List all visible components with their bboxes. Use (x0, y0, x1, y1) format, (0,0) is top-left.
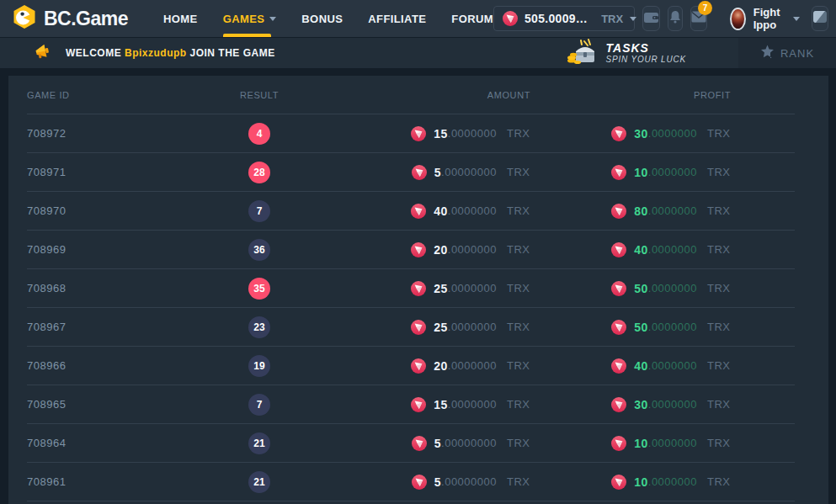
trx-coin-icon (412, 436, 427, 451)
welcome-prefix: WELCOME (66, 47, 125, 59)
trx-coin-icon (411, 126, 426, 141)
profit-cell: 50.0000000TRX (530, 320, 731, 335)
chevron-down-icon (793, 17, 800, 21)
game-id-cell: 708961 (27, 475, 192, 488)
table-row[interactable]: 708971 28 5.00000000TRX (27, 153, 795, 192)
game-id-cell: 708969 (27, 243, 192, 256)
table-row[interactable]: 708968 35 25.0000000TRX (27, 269, 795, 308)
table-row[interactable]: 708966 19 20.0000000TRX (27, 347, 795, 385)
mail-button[interactable]: 7 (690, 6, 707, 31)
currency-label: TRX (507, 166, 530, 178)
rank-link[interactable]: RANK (738, 38, 836, 68)
logo[interactable]: BC.Game (12, 4, 128, 33)
amount-cell: 5.00000000TRX (327, 475, 530, 490)
game-id-cell: 708970 (27, 204, 192, 217)
amount-cell: 25.0000000TRX (327, 320, 530, 335)
currency-label: TRX (707, 127, 731, 140)
trx-coin-icon (411, 358, 426, 374)
amount-dec: .00000000 (441, 437, 497, 449)
trx-coin-icon (611, 358, 626, 374)
wallet-icon (643, 10, 659, 28)
chat-toggle-button[interactable] (812, 6, 828, 31)
wallet-button[interactable] (642, 6, 660, 31)
trx-coin-icon (411, 320, 426, 335)
profit-dec: .0000000 (648, 243, 697, 256)
profit-dec: .0000000 (648, 359, 697, 372)
game-id-cell: 708968 (27, 282, 192, 294)
welcome-message: WELCOME Bpixzudupb JOIN THE GAME (66, 47, 275, 59)
notifications-button[interactable] (668, 6, 683, 31)
col-header-game-id: GAME ID (27, 90, 192, 100)
nav-item-label: BONUS (301, 13, 343, 25)
tasks-title: TASKS (606, 41, 686, 55)
amount-cell: 20.0000000TRX (327, 358, 530, 374)
table-row[interactable]: 708961 21 5.00000000TRX (27, 463, 795, 501)
chevron-down-icon (630, 17, 636, 21)
profit-dec: .0000000 (648, 166, 697, 178)
nav-item-affiliate[interactable]: AFFILIATE (368, 0, 426, 37)
profit-cell: 50.0000000TRX (530, 281, 731, 296)
result-badge: 23 (248, 316, 270, 338)
table-row[interactable]: 708970 7 40.0000000TRX (27, 192, 795, 231)
welcome-suffix: JOIN THE GAME (187, 47, 275, 59)
amount-dec: .0000000 (448, 282, 497, 294)
trx-coin-icon (611, 126, 626, 141)
table-row[interactable]: 708965 7 15.0000000TRX (27, 385, 795, 424)
nav-item-games[interactable]: GAMES (223, 0, 277, 37)
col-header-result: RESULT (192, 90, 327, 100)
trx-coin-icon (611, 475, 626, 490)
result-cell: 23 (192, 316, 327, 338)
amount-cell: 40.0000000TRX (327, 204, 530, 219)
col-header-profit: PROFIT (530, 90, 731, 100)
amount-dec: .0000000 (448, 204, 497, 217)
amount-int: 20 (434, 243, 448, 257)
table-row[interactable]: 708969 36 20.0000000TRX (27, 231, 795, 269)
game-id-cell: 708965 (27, 398, 192, 411)
result-cell: 7 (192, 200, 327, 222)
balance-selector[interactable]: 505.0009… TRX (493, 6, 635, 31)
tasks-text: TASKS SPIN YOUR LUCK (606, 41, 686, 65)
profit-cell: 30.0000000TRX (530, 397, 731, 412)
amount-cell: 5.00000000TRX (327, 165, 530, 180)
amount-dec: .0000000 (448, 127, 497, 140)
table-row[interactable]: 708964 21 5.00000000TRX (27, 424, 795, 463)
trx-coin-icon (411, 281, 426, 296)
trx-coin-icon (611, 320, 626, 335)
currency-label: TRX (707, 204, 731, 217)
user-menu[interactable]: Fight Ippo (730, 6, 800, 31)
profit-int: 30 (634, 398, 648, 411)
nav-item-bonus[interactable]: BONUS (301, 0, 343, 37)
amount-dec: .0000000 (448, 359, 497, 372)
result-cell: 35 (192, 278, 327, 300)
bets-panel: GAME ID RESULT AMOUNT PROFIT 708972 4 15… (8, 76, 828, 504)
table-row[interactable]: 708972 4 15.0000000TRX (27, 114, 795, 153)
trx-coin-icon (611, 165, 626, 180)
currency-label: TRX (707, 321, 731, 333)
profit-cell: 40.0000000TRX (530, 358, 731, 374)
currency-label: TRX (507, 359, 530, 372)
nav-item-forum[interactable]: FORUM (451, 0, 493, 37)
logo-text: BC.Game (44, 8, 128, 30)
trx-coin-icon (411, 397, 426, 412)
nav-item-home[interactable]: HOME (163, 0, 198, 37)
trx-coin-icon (611, 281, 626, 296)
currency-label: TRX (707, 475, 731, 488)
profit-dec: .0000000 (648, 437, 697, 449)
trx-coin-icon (611, 436, 626, 451)
nav-item-label: GAMES (223, 13, 265, 25)
profit-int: 10 (634, 475, 648, 489)
profit-dec: .0000000 (648, 475, 697, 488)
profit-int: 50 (634, 321, 648, 334)
amount-int: 15 (434, 127, 448, 141)
result-cell: 36 (192, 239, 327, 261)
amount-dec: .00000000 (441, 475, 497, 488)
profit-int: 30 (634, 127, 648, 141)
profit-int: 10 (634, 166, 648, 179)
rank-label: RANK (780, 47, 814, 60)
currency-label: TRX (707, 243, 731, 256)
table-row[interactable]: 708967 23 25.0000000TRX (27, 308, 795, 347)
bcgame-logo-icon (12, 4, 37, 33)
result-badge: 7 (248, 200, 270, 222)
result-badge: 35 (248, 278, 270, 300)
tasks-link[interactable]: TASKS SPIN YOUR LUCK (566, 38, 686, 68)
